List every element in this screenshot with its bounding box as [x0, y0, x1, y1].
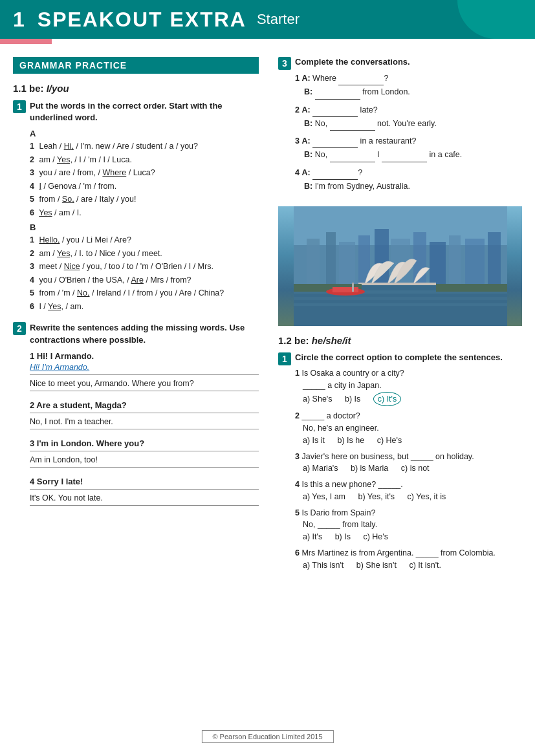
- svg-rect-15: [294, 297, 507, 300]
- ex2-line: [30, 451, 259, 451]
- conversation-4: 4 A: ? B: I'm from Sydney, Australia.: [295, 166, 522, 194]
- circle-item-1: 1 Is Osaka a country or a city? _____ a …: [295, 367, 522, 406]
- list-item: 4 I / Genova / 'm / from.: [30, 181, 259, 193]
- ex2-line: [30, 505, 259, 506]
- svg-rect-2: [307, 239, 320, 284]
- grammar-practice-header: GRAMMAR PRACTICE: [13, 57, 259, 74]
- list-item: 1 Hello, / you / Li Mei / Are?: [30, 235, 259, 246]
- svg-rect-3: [326, 232, 336, 284]
- ex2-prompt: 2 Are a student, Magda?: [30, 400, 259, 410]
- option-a: a) Is it: [303, 435, 325, 447]
- subsection-1-2-title: 1.2 be: he/she/it: [278, 335, 522, 346]
- circle-item-5: 5 Is Dario from Spain? No, _____ from It…: [295, 507, 522, 543]
- part-b-list: 1 Hello, / you / Li Mei / Are? 2 am / Ye…: [30, 235, 259, 312]
- blank-3c: [382, 153, 427, 162]
- option-a: a) Yes, I am: [303, 491, 345, 503]
- part-b-label: B: [30, 222, 259, 232]
- svg-rect-9: [430, 242, 446, 284]
- blank-1b: [315, 91, 360, 100]
- ex2-item-2: 2 Are a student, Magda? No, I not. I'm a…: [30, 400, 259, 429]
- exercise-1-content: Put the words in the correct order. Star…: [30, 100, 259, 314]
- conversation-2: 2 A: late? B: No, not. You're early.: [295, 103, 522, 131]
- list-item: 5 from / So, / are / Italy / you!: [30, 194, 259, 206]
- exercise-3-content: Complete the conversations. 1 A: Where ?…: [295, 57, 522, 197]
- option-a: a) It's: [303, 531, 322, 543]
- ex2-item-3: 3 I'm in London. Where you? Am in London…: [30, 438, 259, 468]
- exercise-12-1-block: 1 Circle the correct option to complete …: [278, 352, 522, 575]
- option-c: c) It isn't.: [409, 559, 441, 572]
- list-item: 3 you / are / from, / Where / Luca?: [30, 167, 259, 179]
- option-b: b) She isn't: [356, 559, 397, 572]
- svg-rect-19: [436, 284, 507, 292]
- exercise-2-content: Rewrite the sentences adding the missing…: [30, 322, 259, 514]
- svg-rect-17: [358, 283, 436, 285]
- ex2-prompt: 1 Hi! I Armando.: [30, 351, 259, 361]
- circle-item-6: 6 Mrs Martinez is from Argentina. _____ …: [295, 547, 522, 572]
- ex2-prompt: 4 Sorry I late!: [30, 477, 259, 486]
- option-a: a) This isn't: [303, 559, 344, 572]
- ex2-followup: No, I not. I'm a teacher.: [30, 417, 259, 426]
- right-column: 3 Complete the conversations. 1 A: Where…: [278, 57, 522, 581]
- pink-accent-bar: [0, 39, 52, 44]
- option-a: a) Maria's: [303, 462, 338, 475]
- ex2-followup: Nice to meet you, Armando. Where you fro…: [30, 379, 259, 388]
- option-a: a) She's: [303, 393, 332, 405]
- photo-placeholder: [278, 206, 522, 326]
- option-b: b) Is he: [338, 435, 365, 447]
- ex2-item-1: 1 Hi! I Armando. Hi! I'm Armando. Nice t…: [30, 351, 259, 391]
- exercise-3-instruction: Complete the conversations.: [295, 57, 522, 67]
- ex2-line: [30, 413, 259, 413]
- conversation-3: 3 A: in a restaurant? B: No, I in a cafe…: [295, 135, 522, 162]
- blank-2b: [330, 122, 375, 131]
- option-c: c) Yes, it is: [408, 491, 446, 503]
- svg-rect-16: [294, 303, 507, 306]
- ex2-item-4: 4 Sorry I late! It's OK. You not late.: [30, 477, 259, 506]
- ex2-line: [30, 391, 259, 391]
- exercise-12-1-number: 1: [278, 352, 291, 365]
- svg-rect-21: [333, 287, 358, 292]
- option-b: b) is Maria: [351, 462, 388, 475]
- conversation-1: 1 A: Where ? B: from London.: [295, 72, 522, 100]
- part-a-list: 1 Leah / Hi, / I'm. new / Are / student …: [30, 141, 259, 219]
- main-content: GRAMMAR PRACTICE 1.1 be: I/you 1 Put the…: [0, 44, 535, 588]
- circle-item-4: 4 Is this a new phone? _____. a) Yes, I …: [295, 479, 522, 503]
- sydney-photo: [278, 206, 522, 326]
- list-item: 5 from / 'm / No, / Ireland / I / from /…: [30, 288, 259, 299]
- ex2-line: [30, 489, 259, 490]
- svg-rect-11: [465, 239, 485, 284]
- circle-items-list: 1 Is Osaka a country or a city? _____ a …: [295, 367, 522, 571]
- page-header: 1 SPEAKOUT EXTRA Starter: [0, 0, 535, 39]
- exercise-2-block: 2 Rewrite the sentences adding the missi…: [13, 322, 259, 514]
- list-item: 2 am / Yes, / I. to / Nice / you / meet.: [30, 248, 259, 260]
- option-b: b) Is: [335, 531, 351, 543]
- exercise-2-instruction: Rewrite the sentences adding the missing…: [30, 322, 259, 345]
- blank-1a: [338, 76, 384, 85]
- header-number: 1: [13, 8, 25, 32]
- list-item: 6 I / Yes, / am.: [30, 301, 259, 313]
- left-column: GRAMMAR PRACTICE 1.1 be: I/you 1 Put the…: [13, 57, 259, 581]
- ex2-line: [30, 429, 259, 429]
- option-c: c) He's: [377, 435, 402, 447]
- sydney-illustration: [294, 206, 507, 326]
- list-item: 3 meet / Nice / you, / too / to / 'm / O…: [30, 261, 259, 273]
- ex2-prompt: 3 I'm in London. Where you?: [30, 438, 259, 448]
- exercise-3-block: 3 Complete the conversations. 1 A: Where…: [278, 57, 522, 197]
- blank-2a: [312, 108, 358, 117]
- exercise-1-number: 1: [13, 100, 26, 113]
- blank-3a: [312, 139, 358, 148]
- subsection-1-1-title: 1.1 be: I/you: [13, 83, 259, 94]
- blank-3b: [330, 153, 375, 162]
- exercise-2-number: 2: [13, 322, 26, 335]
- ex2-followup: Am in London, too!: [30, 455, 259, 464]
- svg-rect-22: [352, 283, 354, 292]
- circle-instruction: Circle the correct option to complete th…: [295, 352, 522, 362]
- list-item: 2 am / Yes, / I / 'm / I / Luca.: [30, 155, 259, 166]
- exercise-12-1-content: Circle the correct option to complete th…: [295, 352, 522, 575]
- exercise-1-instruction: Put the words in the correct order. Star…: [30, 100, 259, 124]
- ex2-answer: Hi! I'm Armando.: [30, 363, 259, 372]
- circle-item-2: 2 _____ a doctor? No, he's an engineer. …: [295, 410, 522, 446]
- header-accent-shape: [457, 0, 535, 39]
- part-a-label: A: [30, 129, 259, 138]
- svg-rect-12: [488, 232, 501, 284]
- blank-4a: [312, 171, 358, 180]
